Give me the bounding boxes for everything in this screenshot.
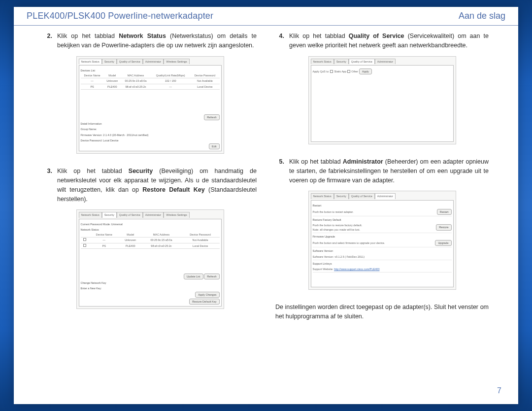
support-link[interactable]: http://www.support.cisco.com/PLE400 [334, 268, 379, 271]
refresh-button[interactable]: Refresh [204, 114, 219, 120]
tab-network-status[interactable]: Network Status [311, 193, 334, 199]
apply-changes-button[interactable]: Apply Changes [195, 292, 219, 298]
firmware-version-label: Firmware Version: 2.1.4.0 (20-March · 20… [81, 133, 220, 137]
tab-qos[interactable]: Quality of Service [117, 212, 143, 217]
tab-bar: Network Status Security Quality of Servi… [79, 59, 222, 64]
password-mode-label: Current Password Mode: Universal [81, 222, 220, 226]
screenshot-security: Network Status Security Quality of Servi… [76, 209, 224, 309]
content-area: 2. Klik op het tabblad Network Status (N… [43, 32, 489, 384]
page-header: PLEK400/PLSK400 Powerline-netwerkadapter… [14, 7, 518, 26]
tab-network-status[interactable]: Network Status [311, 59, 334, 64]
table-header-row: Device Name Model MAC Address Device Pas… [81, 232, 220, 238]
tab-bar: Network Status Security Quality of Servi… [311, 59, 454, 64]
step-text: Klik op het tabblad Network Status (Netw… [57, 32, 257, 50]
tab-bar: Network Status Security Quality of Servi… [311, 193, 454, 199]
tab-wireless[interactable]: Wireless Settings [164, 212, 190, 217]
apply-button[interactable]: Apply [359, 68, 372, 74]
restart-section-label: Restart [313, 204, 452, 207]
screenshot-network-status: Network Status Security Quality of Servi… [76, 56, 224, 154]
step-number: 4. [275, 32, 284, 50]
upgrade-button[interactable]: Upgrade [435, 240, 451, 246]
tab-admin[interactable]: Administrator [375, 59, 396, 64]
factory-section-label: Restore Factory Default [313, 218, 452, 222]
restart-desc: Push the button to restart adapter. [313, 210, 354, 214]
change-key-label: Change Network Key [81, 281, 220, 285]
tab-qos[interactable]: Quality of Service [349, 193, 375, 199]
tab-qos[interactable]: Quality of Service [117, 59, 143, 64]
update-list-button[interactable]: Update List [184, 274, 203, 279]
restart-button[interactable]: Restart [437, 209, 452, 215]
tab-bar: Network Status Security Quality of Servi… [79, 212, 222, 217]
tab-security[interactable]: Security [102, 59, 117, 64]
tab-network-status[interactable]: Network Status [79, 59, 102, 64]
row-checkbox[interactable] [83, 238, 86, 241]
table-row: — Unknown 00:25:9c:15:a5:0a 102 / 150 No… [81, 78, 220, 84]
group-name-label: Group Name: [81, 127, 220, 131]
row-checkbox[interactable] [83, 244, 86, 247]
firmware-section-label: Firmware Upgrade [313, 235, 452, 239]
version-desc: Software Version: v0.1.2.5 ( Feb/Dec 201… [313, 255, 365, 259]
table-header-row: Device Name Model MAC Address Quality/Li… [81, 73, 220, 78]
support-section-label: Support Linksys [313, 262, 452, 266]
doc-section: Aan de slag [459, 11, 505, 21]
column-left: 2. Klik op het tabblad Network Status (N… [43, 32, 257, 384]
devices-table: Device Name Model MAC Address Quality/Li… [81, 73, 220, 90]
restore-button[interactable]: Restore [436, 224, 451, 230]
table-row: — Unknown 00:25:9c:15:a5:0a Not Availabl… [81, 238, 220, 243]
step-number: 2. [43, 32, 52, 50]
tab-admin[interactable]: Administrator [143, 212, 164, 217]
closing-text: De instellingen worden direct toegepast … [275, 303, 489, 321]
devices-list-label: Devices List [81, 68, 220, 72]
edit-button[interactable]: Edit [209, 143, 219, 149]
screenshot-qos: Network Status Security Quality of Servi… [308, 56, 456, 145]
tab-security[interactable]: Security [102, 212, 117, 217]
tab-admin[interactable]: Administrator [375, 193, 396, 199]
step-number: 3. [43, 167, 52, 204]
tab-security[interactable]: Security [334, 59, 349, 64]
tab-wireless[interactable]: Wireless Settings [164, 59, 190, 64]
step-number: 5. [275, 157, 284, 185]
refresh-button[interactable]: Refresh [204, 274, 219, 279]
tab-qos[interactable]: Quality of Service [349, 59, 375, 64]
step-text: Klik op het tabblad Administrator (Behee… [289, 157, 489, 185]
step-5: 5. Klik op het tabblad Administrator (Be… [275, 157, 489, 185]
qos-option-checkbox[interactable] [347, 70, 350, 73]
device-password-label: Device Password: Local Device [81, 138, 220, 142]
step-text: Klik op het tabblad Security (Beveiligin… [57, 167, 257, 204]
version-section-label: Software Version [313, 249, 452, 253]
support-label: Support Website: [313, 268, 333, 271]
step-4: 4. Klik op het tabblad Quality of Servic… [275, 32, 489, 50]
enter-key-label: Enter a New Key: [81, 286, 220, 290]
firmware-desc: Push the button and select firmware to u… [313, 241, 385, 245]
screenshot-admin: Network Status Security Quality of Servi… [308, 191, 456, 290]
column-right: 4. Klik op het tabblad Quality of Servic… [275, 32, 489, 384]
tab-admin[interactable]: Administrator [143, 59, 164, 64]
page-number: 7 [497, 386, 501, 395]
network-status-label: Network Status [81, 228, 220, 232]
table-row: PS PLE400 98:af:c0:e0:25:2c — Local Devi… [81, 84, 220, 89]
apply-qos-label: Apply QoS to: [313, 69, 330, 73]
tab-network-status[interactable]: Network Status [79, 212, 102, 217]
detail-info-label: Detail Information [81, 122, 220, 126]
qos-option-checkbox[interactable] [330, 70, 333, 73]
step-3: 3. Klik op het tabblad Security (Beveili… [43, 167, 257, 204]
security-table: Device Name Model MAC Address Device Pas… [81, 232, 220, 249]
table-row: PS PLE400 98:af:c0:e0:25:2c Local Device [81, 243, 220, 248]
factory-desc: Push the button to restore factory defau… [313, 223, 363, 232]
doc-title: PLEK400/PLSK400 Powerline-netwerkadapter [27, 11, 213, 21]
step-text: Klik op het tabblad Quality of Service (… [289, 32, 489, 50]
step-2: 2. Klik op het tabblad Network Status (N… [43, 32, 257, 50]
tab-security[interactable]: Security [334, 193, 349, 199]
restore-default-key-button[interactable]: Restore Default Key [189, 299, 219, 305]
